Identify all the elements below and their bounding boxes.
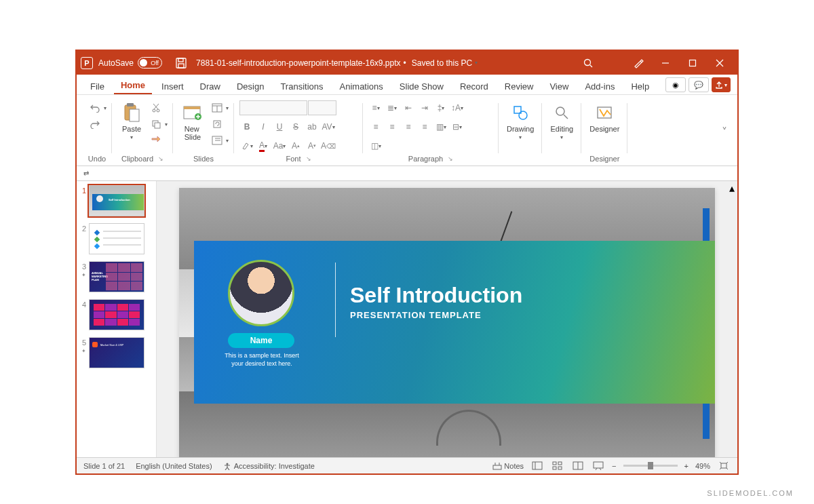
align-right-button[interactable]: ≡ <box>401 119 416 134</box>
maximize-button[interactable] <box>679 51 706 75</box>
slide-counter[interactable]: Slide 1 of 21 <box>83 462 125 470</box>
underline-button[interactable]: U <box>272 119 287 134</box>
tab-home[interactable]: Home <box>114 76 152 94</box>
pen-mode-icon[interactable] <box>625 51 652 75</box>
shadow-button[interactable]: ab <box>305 119 319 134</box>
numbering-button[interactable]: ≣▾ <box>385 100 400 115</box>
tab-file[interactable]: File <box>83 77 111 94</box>
camera-mode-button[interactable]: ◉ <box>665 77 686 92</box>
paste-button[interactable]: Paste ▾ <box>117 100 146 142</box>
tab-draw[interactable]: Draw <box>193 77 227 94</box>
name-label[interactable]: Name <box>228 333 294 348</box>
clipboard-launcher-icon[interactable]: ↘ <box>158 155 163 162</box>
strike-button[interactable]: S <box>288 119 303 134</box>
bullets-button[interactable]: ≡▾ <box>368 100 383 115</box>
layout-button[interactable] <box>210 100 225 115</box>
tab-record[interactable]: Record <box>453 77 495 94</box>
change-case-button[interactable]: Aa▾ <box>272 138 287 153</box>
tab-help[interactable]: Help <box>624 77 656 94</box>
sample-text[interactable]: This is a sample text. Insert your desir… <box>218 352 305 368</box>
notes-button[interactable]: Notes <box>492 462 524 470</box>
copy-button[interactable] <box>149 117 163 132</box>
bold-button[interactable]: B <box>239 119 254 134</box>
zoom-handle[interactable] <box>648 462 653 469</box>
line-spacing-button[interactable]: ‡▾ <box>433 100 448 115</box>
vertical-scrollbar[interactable]: ▴ <box>728 184 736 454</box>
slide-thumbnail-2[interactable] <box>89 223 144 254</box>
align-center-button[interactable]: ≡ <box>385 119 400 134</box>
zoom-in-button[interactable]: + <box>684 462 689 470</box>
align-text-button[interactable]: ⊟▾ <box>450 119 465 134</box>
sorter-view-button[interactable] <box>551 461 564 471</box>
italic-button[interactable]: I <box>256 119 271 134</box>
tab-view[interactable]: View <box>543 77 575 94</box>
paragraph-launcher-icon[interactable]: ↘ <box>448 155 453 162</box>
slide-thumbnail-1[interactable]: Self Introduction <box>89 185 144 216</box>
overflow-chevron-icon[interactable]: ⇄ <box>83 170 89 177</box>
save-status[interactable]: Saved to this PC ▾ <box>412 58 478 68</box>
avatar-image[interactable] <box>228 260 294 326</box>
slide-title[interactable]: Self Introduction <box>350 283 522 308</box>
language-status[interactable]: English (United States) <box>136 462 212 470</box>
tab-addins[interactable]: Add-ins <box>578 77 621 94</box>
slide-thumbnail-4[interactable] <box>89 299 144 330</box>
editing-button[interactable]: Editing▾ <box>547 100 576 142</box>
thumb-number: 3 <box>79 261 86 271</box>
autosave-toggle[interactable]: AutoSave Off <box>98 57 162 69</box>
slide-thumbnail-3[interactable]: ANNUALMARKETINGPLAN <box>89 261 144 292</box>
decrease-indent-button[interactable]: ⇤ <box>401 100 416 115</box>
grow-font-button[interactable]: A▴ <box>288 138 303 153</box>
justify-button[interactable]: ≡ <box>417 119 432 134</box>
font-family-combo[interactable] <box>239 100 307 115</box>
slide-thumbnail-5[interactable]: Market Size & USP <box>89 337 144 368</box>
minimize-button[interactable] <box>652 51 679 75</box>
tab-insert[interactable]: Insert <box>155 77 191 94</box>
font-color-button[interactable]: A▾ <box>256 138 271 153</box>
tab-animations[interactable]: Animations <box>333 77 390 94</box>
align-left-button[interactable]: ≡ <box>368 119 383 134</box>
shrink-font-button[interactable]: A▾ <box>305 138 319 153</box>
slide-editor-area[interactable]: Name This is a sample text. Insert your … <box>157 181 737 457</box>
slide-subtitle[interactable]: PRESENTATION TEMPLATE <box>350 310 482 320</box>
zoom-percentage[interactable]: 49% <box>695 462 710 470</box>
accessibility-status[interactable]: Accessibility: Investigate <box>223 462 315 470</box>
zoom-out-button[interactable]: − <box>612 462 616 470</box>
text-direction-button[interactable]: ↕A▾ <box>450 100 465 115</box>
comments-button[interactable]: 💬 <box>689 77 709 92</box>
designer-button[interactable]: Designer <box>587 100 622 134</box>
tab-design[interactable]: Design <box>230 77 271 94</box>
close-button[interactable] <box>706 51 733 75</box>
undo-button[interactable] <box>88 100 102 115</box>
reset-button[interactable] <box>210 117 225 132</box>
columns-button[interactable]: ▥▾ <box>433 119 448 134</box>
smartart-button[interactable]: ◫▾ <box>368 138 383 153</box>
drawing-button[interactable]: Drawing▾ <box>504 100 537 142</box>
clear-format-button[interactable]: A⌫ <box>321 138 336 153</box>
zoom-slider[interactable] <box>623 465 678 467</box>
tab-review[interactable]: Review <box>498 77 541 94</box>
slide-thumbnail-panel[interactable]: 1 Self Introduction 2 3✦ <box>77 181 157 457</box>
char-spacing-button[interactable]: AV▾ <box>321 119 336 134</box>
ribbon-collapse-button[interactable]: ˅ <box>717 98 732 166</box>
share-button[interactable]: ▾ <box>712 77 731 92</box>
format-painter-button[interactable] <box>149 133 163 148</box>
tab-slideshow[interactable]: Slide Show <box>393 77 450 94</box>
reading-view-button[interactable] <box>571 461 585 471</box>
slideshow-view-button[interactable] <box>592 461 605 471</box>
highlight-button[interactable]: ▾ <box>239 138 254 153</box>
normal-view-button[interactable] <box>530 461 544 471</box>
scroll-up-icon[interactable]: ▴ <box>728 184 736 192</box>
search-button[interactable] <box>579 56 598 71</box>
save-icon[interactable] <box>176 58 187 69</box>
autosave-switch[interactable]: Off <box>138 57 162 69</box>
new-slide-button[interactable]: New Slide <box>178 100 207 142</box>
increase-indent-button[interactable]: ⇥ <box>417 100 432 115</box>
section-button[interactable] <box>210 133 225 148</box>
redo-button[interactable] <box>88 117 102 132</box>
slide-canvas[interactable]: Name This is a sample text. Insert your … <box>179 188 715 457</box>
tab-transitions[interactable]: Transitions <box>273 77 330 94</box>
font-launcher-icon[interactable]: ↘ <box>306 155 311 162</box>
fit-window-button[interactable] <box>717 461 731 471</box>
cut-button[interactable] <box>149 100 163 115</box>
font-size-combo[interactable] <box>308 100 336 115</box>
